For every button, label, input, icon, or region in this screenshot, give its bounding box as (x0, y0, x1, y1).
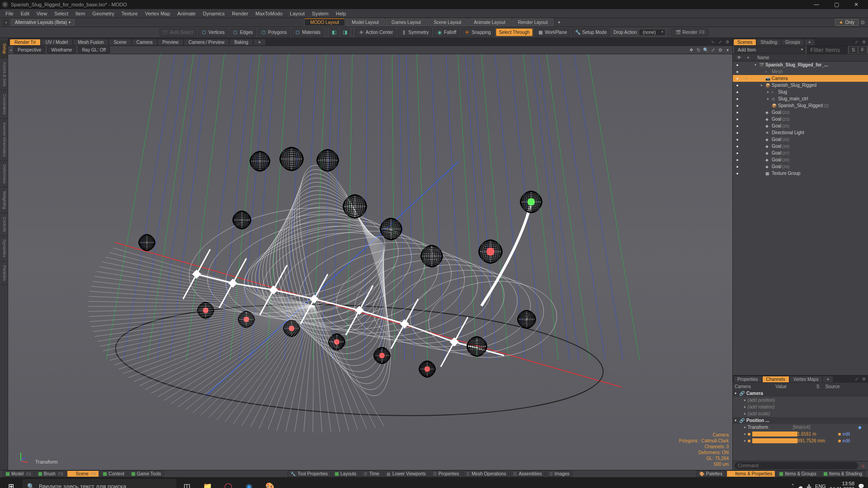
visibility-toggle[interactable]: ● (733, 144, 742, 149)
sel-mode-a[interactable]: ◧ (330, 28, 339, 37)
vp-tab-icon-0[interactable]: ⤡ (710, 39, 716, 45)
visibility-toggle[interactable]: ● (733, 83, 742, 88)
close-button[interactable]: ✕ (846, 0, 866, 9)
tree-item-14[interactable]: ●◈Goal(38) (733, 156, 868, 163)
network-icon[interactable]: 🖧 (807, 483, 811, 488)
expander-icon[interactable]: ▾ (755, 63, 759, 67)
visibility-toggle[interactable]: ● (733, 158, 742, 162)
viewport-tab-baking[interactable]: Baking (230, 39, 253, 45)
filter-s-toggle[interactable]: S (849, 47, 857, 53)
menu-render[interactable]: Render (228, 10, 252, 17)
app1-icon[interactable]: ◯ (218, 477, 239, 488)
side-tab-deformers[interactable]: Deformers (0, 161, 8, 188)
add-scale-row[interactable]: ●(add scale) (733, 410, 868, 417)
tab-add[interactable]: + (823, 376, 833, 382)
tab-shading[interactable]: Shading (757, 39, 781, 45)
filter-items-input[interactable] (807, 46, 848, 54)
menu-layout[interactable]: Layout (286, 10, 308, 17)
expand-icon[interactable]: ⤢ (854, 376, 860, 382)
app2-icon[interactable]: ◉ (239, 477, 259, 488)
bb-items-properties[interactable]: Items & Properties (726, 470, 775, 477)
menu-icon[interactable]: ▾ (724, 47, 731, 53)
tree-item-0[interactable]: ●▾🎬Spanish_Slug_Rigged_for_... (733, 61, 868, 68)
tree-item-2[interactable]: ●+▸📷Camera (733, 75, 868, 82)
visibility-toggle[interactable]: ● (733, 171, 742, 176)
expander-icon[interactable]: ▸ (767, 90, 772, 94)
expander-icon[interactable]: ▸ (761, 76, 765, 80)
only-toggle[interactable]: ★Only (835, 19, 859, 26)
visibility-toggle[interactable]: ● (733, 137, 742, 142)
visibility-toggle[interactable]: ● (733, 131, 742, 135)
bb-items-shading[interactable]: Items & Shading (821, 470, 865, 477)
menu-file[interactable]: File (2, 10, 17, 17)
menu-item[interactable]: Item (72, 10, 89, 17)
bb-images[interactable]: ☰Images (546, 470, 573, 477)
visibility-toggle[interactable]: ● (733, 117, 742, 122)
layout-tab-model-layout[interactable]: Model Layout (346, 19, 385, 26)
position-group[interactable]: ▾🔗Position ... (733, 417, 868, 424)
menu-help[interactable]: Help (332, 10, 350, 17)
camera-group[interactable]: ▾🔗Camera (733, 390, 868, 397)
bb-time[interactable]: ⏱Time (360, 470, 382, 477)
viewport-canvas[interactable] (8, 54, 732, 470)
visibility-toggle[interactable]: ● (733, 164, 742, 169)
expander-icon[interactable]: ▸ (767, 97, 772, 101)
viewport-tab-uv-model[interactable]: UV / Model (41, 39, 72, 45)
bb-layouts[interactable]: Layouts (332, 470, 359, 477)
layout-prev-button[interactable]: ◂ (3, 19, 9, 26)
tree-item-15[interactable]: ●◈Goal(39) (733, 163, 868, 170)
layout-settings-icon[interactable]: ⚙ (860, 19, 865, 26)
vertices-button[interactable]: ⬡Vertices (198, 28, 228, 37)
orbit-icon[interactable]: ✥ (688, 47, 694, 53)
expander-icon[interactable]: ▸ (761, 83, 765, 87)
menu-view[interactable]: View (33, 10, 51, 17)
bb-properties[interactable]: ☰Properties (430, 470, 462, 477)
polygons-button[interactable]: ⬡Polygons (258, 28, 290, 37)
side-tab-dynamics[interactable]: Dynamics (0, 236, 8, 262)
side-tab-actors-sets[interactable]: Actors & Sets (0, 58, 8, 91)
transform-row[interactable]: ●Transform[Matrix4]◆ (733, 424, 868, 431)
menu-vertex-map[interactable]: Vertex Map (142, 10, 174, 17)
tree-item-8[interactable]: ●◈Goal(23) (733, 116, 868, 122)
side-tab-setup[interactable]: Setup (0, 40, 8, 58)
menu-edit[interactable]: Edit (17, 10, 33, 17)
bb-palettes[interactable]: 🎨Palettes (696, 470, 726, 477)
menu-maxtomodo[interactable]: MaxToModo (252, 10, 286, 17)
layout-tab-render-layout[interactable]: Render Layout (512, 19, 554, 26)
viewport-tab-camera-preview[interactable]: Camera / Preview (184, 39, 229, 45)
tab-add[interactable]: + (805, 39, 815, 45)
action-center-button[interactable]: ✛Action Center (355, 28, 396, 37)
bb-context[interactable]: Context (100, 470, 127, 477)
visibility-toggle[interactable]: ● (733, 63, 742, 67)
tree-item-10[interactable]: ●☀Directional Light (733, 129, 868, 136)
bb-assemblies[interactable]: ☰Assemblies (510, 470, 545, 477)
minimize-button[interactable]: — (807, 0, 826, 9)
3d-viewport[interactable]: Camera Polygons : Catmull-Clark Channels… (8, 54, 732, 470)
viewport-tab-camera[interactable]: Camera (132, 39, 157, 45)
zoom-icon[interactable]: 🔍 (703, 47, 709, 53)
gear-icon[interactable]: ⚙ (717, 47, 723, 53)
menu-select[interactable]: Select (51, 10, 72, 17)
tree-item-6[interactable]: ●📦Spanish_Slug_Rigged(2) (733, 102, 868, 109)
explorer-icon[interactable]: 📁 (197, 477, 218, 488)
layout-tab-animate-layout[interactable]: Animate Layout (468, 19, 511, 26)
visibility-toggle[interactable]: ● (733, 90, 742, 94)
language-indicator[interactable]: ENG (815, 483, 826, 488)
side-tab-controls[interactable]: Controls (0, 213, 8, 236)
menu-dynamics[interactable]: Dynamics (199, 10, 228, 17)
layout-tab-games-layout[interactable]: Games Layout (386, 19, 427, 26)
visibility-toggle[interactable]: ● (733, 124, 742, 128)
viewport-tab-preview[interactable]: Preview (158, 39, 183, 45)
auto-select-button[interactable]: 🛡Auto Select (160, 28, 196, 37)
position-y-row[interactable]: ●Position Y891.7526 mmedit (733, 437, 868, 444)
sel-mode-b[interactable]: ◨ (340, 28, 349, 37)
gear-icon[interactable]: ⚙ (861, 39, 867, 45)
alt-layouts-dropdown[interactable]: Alternative Layouts (Beta)▾ (11, 19, 75, 26)
vp-dropdown-icon[interactable]: ◂ (10, 48, 12, 52)
visibility-toggle[interactable]: ● (733, 97, 742, 101)
channels-body[interactable]: ▾🔗Camera ●(add position) ●(add rotation)… (733, 390, 868, 461)
falloff-button[interactable]: ◉Falloff (434, 28, 459, 37)
scene-tree[interactable]: ●▾🎬Spanish_Slug_Rigged_for_...●▫Mesh●+▸📷… (733, 61, 868, 375)
raygl-dropdown[interactable]: Ray GL: Off (78, 47, 110, 53)
bb-scene[interactable]: SceneF4 (67, 470, 99, 477)
